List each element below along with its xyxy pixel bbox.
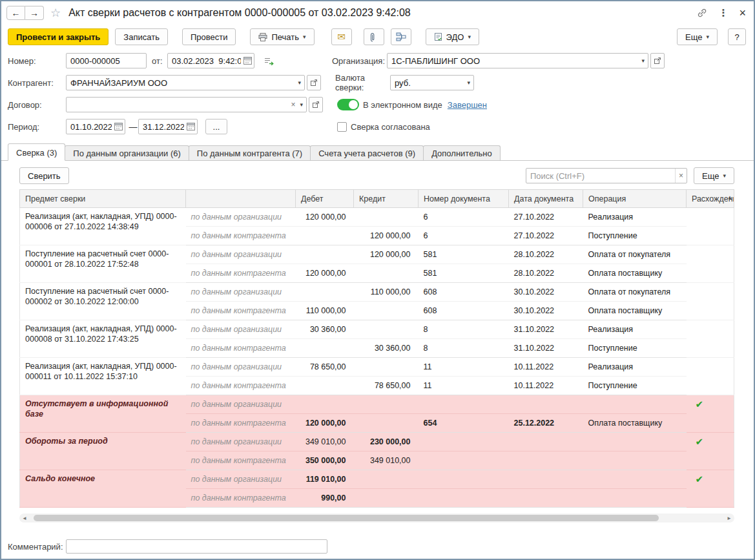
period-options-button[interactable]: ...	[205, 119, 227, 134]
cell-debit: 110 000,00	[296, 302, 354, 320]
number-input[interactable]	[66, 53, 147, 68]
tab-2[interactable]: По данным организации (6)	[65, 145, 189, 161]
document-date-input[interactable]	[167, 53, 254, 68]
column-header-6[interactable]: Дата документа	[509, 190, 583, 208]
renumber-icon	[264, 56, 274, 65]
write-button[interactable]: Записать	[115, 28, 168, 45]
currency-input[interactable]	[391, 78, 464, 88]
table-row-org[interactable]: Поступление на расчетный счет 0000-00000…	[20, 283, 734, 302]
back-icon: ←	[12, 8, 21, 18]
edo-status-link[interactable]: Завершен	[448, 100, 487, 110]
tab-5[interactable]: Дополнительно	[423, 145, 501, 161]
nav-buttons: ← →	[6, 6, 44, 20]
window: ← → ☆ Акт сверки расчетов с контрагентом…	[0, 0, 755, 560]
currency-combo[interactable]: ▾	[390, 75, 474, 90]
calendar-icon[interactable]	[187, 122, 195, 130]
contract-combo[interactable]: × ▾	[66, 97, 307, 112]
cell-credit: 120 000,00	[354, 245, 419, 264]
cell-credit	[354, 358, 419, 377]
table-row-org[interactable]: Обороты за периодпо данным организации34…	[20, 433, 734, 451]
organization-open-button[interactable]	[650, 53, 665, 68]
scroll-right-icon[interactable]: ►	[724, 515, 734, 521]
scrollbar-track[interactable]	[30, 515, 724, 521]
copy-link-icon[interactable]	[697, 8, 707, 18]
renumber-button[interactable]	[264, 56, 274, 65]
cell-doc: 581	[419, 245, 509, 264]
table-row-org[interactable]: Реализация (акт, накладная, УПД) 0000-00…	[20, 358, 734, 377]
tab-1[interactable]: Сверка (3)	[8, 143, 65, 161]
electronic-toggle[interactable]	[337, 99, 359, 110]
cell-debit: 119 010,00	[296, 470, 354, 489]
favorite-star-icon[interactable]: ☆	[50, 7, 61, 19]
edo-button[interactable]: ЭДО ▾	[426, 28, 479, 45]
column-header-1[interactable]: Предмет сверки	[20, 190, 186, 208]
search-clear-icon[interactable]: ×	[675, 169, 687, 183]
close-button[interactable]: ×	[739, 7, 746, 19]
search-input[interactable]	[526, 171, 675, 181]
open-form-icon	[654, 57, 661, 65]
organization-combo[interactable]: ▾	[387, 53, 648, 68]
column-header-2[interactable]	[186, 190, 296, 208]
table-more-button[interactable]: Еще ▾	[694, 167, 734, 184]
more-label: Еще	[685, 32, 702, 42]
comment-input[interactable]	[66, 539, 327, 554]
scroll-left-icon[interactable]: ◄	[19, 515, 30, 521]
contract-input[interactable]	[67, 100, 289, 110]
horizontal-scrollbar[interactable]: ◄ ►	[19, 513, 734, 523]
mail-button[interactable]: ✉	[331, 28, 352, 45]
post-button[interactable]: Провести	[182, 28, 236, 45]
document-header-form: Номер: от: Организация: ▾ Контрагент:	[1, 49, 754, 143]
organization-input[interactable]	[388, 56, 638, 66]
form-row-counterparty: Контрагент: ▾ Валюта сверки: ▾	[8, 75, 747, 90]
scroll-up-icon[interactable]: ▲	[727, 194, 732, 200]
clear-icon[interactable]: ×	[289, 100, 296, 109]
comment-row: Комментарий:	[1, 539, 754, 554]
chevron-down-icon[interactable]: ▾	[296, 101, 306, 108]
calendar-icon[interactable]	[114, 122, 123, 130]
related-documents-button[interactable]	[391, 28, 411, 45]
calendar-icon[interactable]	[243, 56, 252, 65]
agreed-checkbox[interactable]	[337, 122, 347, 132]
help-button[interactable]: ?	[728, 28, 746, 45]
column-header-7[interactable]: Операция	[583, 190, 687, 208]
cell-date	[509, 433, 583, 451]
more-button[interactable]: Еще ▾	[677, 28, 718, 45]
cell-op: Реализация	[583, 358, 687, 377]
post-and-close-button[interactable]: Провести и закрыть	[8, 28, 109, 45]
forward-button[interactable]: →	[25, 6, 44, 20]
discrepancy-cell	[687, 320, 734, 358]
counterparty-open-button[interactable]	[307, 75, 321, 90]
tab-4[interactable]: Счета учета расчетов (9)	[310, 145, 424, 161]
table-row-org[interactable]: Реализация (акт, накладная, УПД) 0000-00…	[20, 320, 734, 339]
chevron-down-icon: ▾	[723, 172, 726, 179]
table-row-org[interactable]: Реализация (акт, накладная, УПД) 0000-00…	[20, 208, 734, 227]
print-button[interactable]: Печать ▾	[250, 28, 314, 45]
scrollbar-thumb[interactable]	[34, 515, 659, 521]
cell-debit	[296, 377, 354, 395]
column-header-3[interactable]: Дебет	[296, 190, 354, 208]
datasource-label: по данным контрагента	[186, 264, 296, 283]
counterparty-input[interactable]	[67, 78, 295, 88]
chevron-down-icon[interactable]: ▾	[295, 79, 304, 86]
tab-3[interactable]: По данным контрагента (7)	[189, 145, 311, 161]
cell-op: Поступление	[583, 339, 687, 358]
cell-op	[583, 433, 687, 451]
column-header-5[interactable]: Номер документа	[419, 190, 509, 208]
contract-open-button[interactable]	[309, 97, 323, 112]
compare-button[interactable]: Сверить	[19, 167, 69, 184]
window-menu-icon[interactable]: ⋮	[718, 7, 728, 19]
table-row-org[interactable]: Отсутствует в информационной базепо данн…	[20, 395, 734, 414]
currency-label: Валюта сверки:	[335, 73, 390, 92]
back-button[interactable]: ←	[6, 6, 25, 20]
cell-date: 28.10.2022	[509, 245, 583, 264]
cell-credit	[354, 395, 419, 414]
table-row-org[interactable]: Сальдо конечноепо данным организации119 …	[20, 470, 734, 489]
column-header-4[interactable]: Кредит	[354, 190, 419, 208]
titlebar-actions: ⋮ ×	[697, 7, 746, 19]
cell-op	[583, 489, 687, 508]
chevron-down-icon[interactable]: ▾	[464, 79, 473, 86]
counterparty-combo[interactable]: ▾	[66, 75, 305, 90]
attachments-button[interactable]	[364, 28, 384, 45]
chevron-down-icon[interactable]: ▾	[638, 57, 648, 64]
table-row-org[interactable]: Поступление на расчетный счет 0000-00000…	[20, 245, 734, 264]
